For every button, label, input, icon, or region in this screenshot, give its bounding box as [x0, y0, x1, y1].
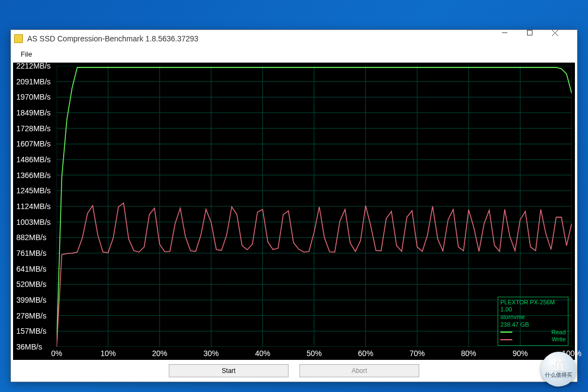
watermark-text: 什么值得买: [545, 371, 572, 379]
x-tick-label: 20%: [152, 349, 167, 358]
y-tick-label: 2091MB/s: [16, 77, 51, 86]
watermark-char: 值: [553, 359, 565, 371]
bottom-bar: Start Abort: [11, 360, 577, 382]
window-controls: [502, 30, 577, 47]
chart-svg: [57, 66, 572, 347]
svg-rect-1: [528, 30, 532, 35]
legend-write-swatch: [500, 339, 512, 340]
abort-button[interactable]: Abort: [299, 364, 419, 377]
close-icon: [552, 30, 577, 47]
minimize-button[interactable]: [502, 30, 527, 47]
legend-read-label: Read: [552, 329, 566, 336]
maximize-icon: [527, 30, 552, 47]
x-tick-label: 90%: [512, 349, 528, 358]
close-button[interactable]: [552, 30, 577, 47]
y-axis-labels: 36MB/s157MB/s278MB/s399MB/s520MB/s641MB/…: [14, 63, 57, 360]
plot-region: PLEXTOR PX-256M 1.00 stornvme 238.47 GB …: [57, 66, 572, 347]
y-tick-label: 1003MB/s: [16, 218, 51, 226]
minimize-icon: [502, 30, 527, 47]
watermark-badge: 值 什么值得买: [541, 352, 576, 387]
legend-read-row: Read: [500, 329, 566, 336]
legend-capacity: 238.47 GB: [500, 321, 566, 329]
y-tick-label: 1728MB/s: [16, 124, 51, 133]
y-tick-label: 278MB/s: [16, 311, 46, 320]
legend-box: PLEXTOR PX-256M 1.00 stornvme 238.47 GB …: [498, 297, 568, 346]
x-tick-label: 80%: [461, 349, 476, 358]
y-tick-label: 761MB/s: [16, 249, 46, 258]
y-tick-label: 1607MB/s: [16, 139, 51, 148]
legend-driver: stornvme: [500, 314, 566, 321]
legend-device: PLEXTOR PX-256M: [500, 299, 566, 307]
start-button[interactable]: Start: [169, 364, 289, 377]
maximize-button[interactable]: [527, 30, 552, 47]
x-tick-label: 10%: [101, 349, 116, 358]
titlebar[interactable]: AS SSD Compression-Benchmark 1.8.5636.37…: [11, 30, 577, 47]
y-tick-label: 1486MB/s: [16, 155, 51, 164]
legend-write-row: Write: [500, 336, 566, 344]
app-window: AS SSD Compression-Benchmark 1.8.5636.37…: [10, 29, 578, 382]
y-tick-label: 1124MB/s: [16, 202, 51, 211]
x-tick-label: 0%: [51, 349, 62, 358]
y-tick-label: 520MB/s: [16, 280, 46, 289]
y-tick-label: 157MB/s: [16, 327, 46, 335]
x-tick-label: 70%: [409, 349, 425, 358]
x-tick-label: 30%: [204, 349, 219, 358]
x-axis-labels: 0%10%20%30%40%50%60%70%80%90%100%: [57, 349, 574, 359]
menu-file[interactable]: File: [16, 49, 36, 59]
y-tick-label: 1970MB/s: [16, 93, 51, 101]
y-tick-label: 1245MB/s: [16, 186, 51, 195]
menubar: File: [11, 47, 577, 60]
app-icon: [14, 34, 23, 43]
y-tick-label: 36MB/s: [16, 342, 42, 351]
window-title: AS SSD Compression-Benchmark 1.8.5636.37…: [27, 34, 198, 43]
legend-write-label: Write: [552, 336, 566, 344]
x-tick-label: 40%: [255, 349, 270, 358]
x-tick-label: 60%: [358, 349, 373, 358]
chart-area: 36MB/s157MB/s278MB/s399MB/s520MB/s641MB/…: [13, 63, 575, 360]
y-tick-label: 2212MB/s: [16, 62, 51, 70]
y-tick-label: 882MB/s: [16, 233, 46, 242]
legend-read-swatch: [500, 332, 512, 333]
y-tick-label: 1366MB/s: [16, 171, 51, 180]
x-tick-label: 50%: [307, 349, 322, 358]
y-tick-label: 1849MB/s: [16, 108, 51, 117]
y-tick-label: 399MB/s: [16, 296, 46, 304]
legend-firmware: 1.00: [500, 306, 566, 314]
y-tick-label: 641MB/s: [16, 265, 46, 273]
